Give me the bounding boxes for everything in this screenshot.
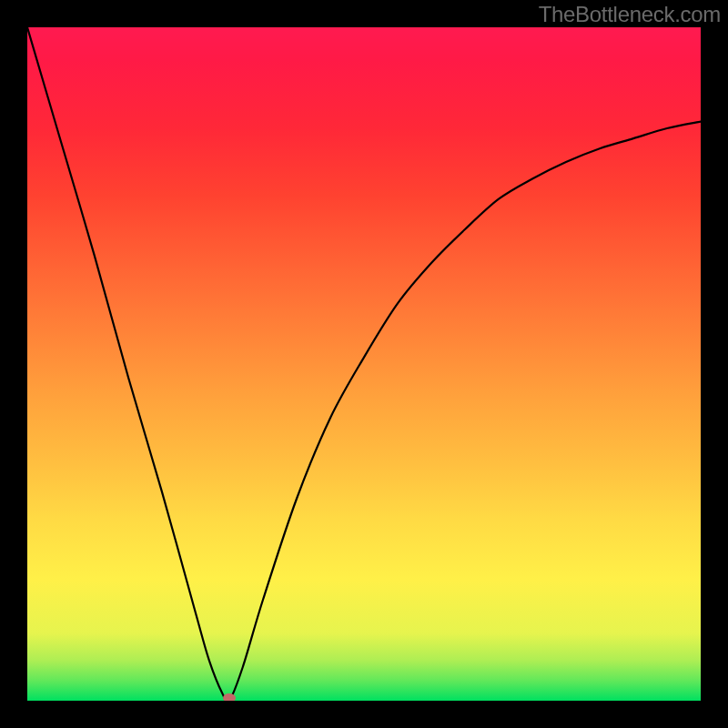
chart-container: TheBottleneck.com (0, 0, 728, 728)
bottleneck-curve (27, 27, 701, 701)
curve-svg (27, 27, 701, 701)
watermark-text: TheBottleneck.com (539, 2, 721, 27)
plot-area (27, 27, 701, 701)
minimum-marker (223, 693, 236, 701)
